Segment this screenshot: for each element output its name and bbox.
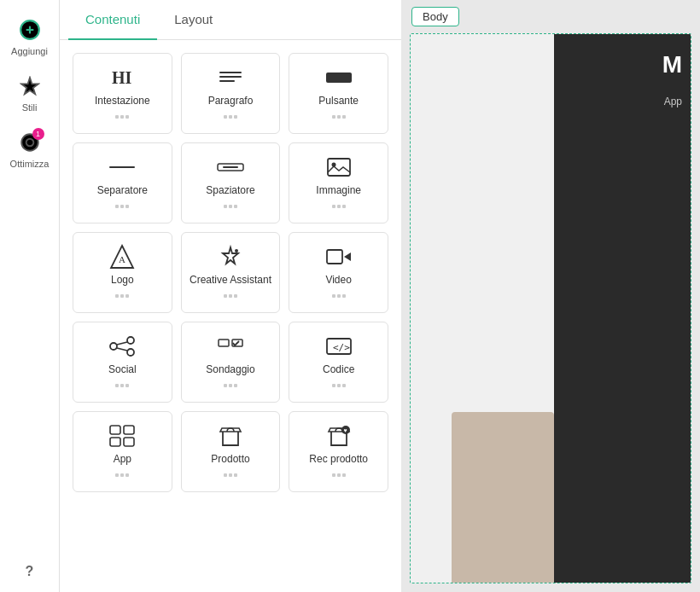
svg-marker-18 xyxy=(344,252,351,261)
heading-icon: HI xyxy=(107,66,137,90)
widget-immagine[interactable]: Immagine xyxy=(289,142,388,223)
app-icon xyxy=(107,424,137,448)
widget-prodotto-label: Prodotto xyxy=(211,453,249,467)
logo-icon: A xyxy=(107,245,137,269)
widget-creative-assistant-label: Creative Assistant xyxy=(190,274,271,287)
svg-point-4 xyxy=(26,139,33,147)
svg-rect-10 xyxy=(109,166,135,168)
plus-circle-icon xyxy=(17,17,43,43)
rec-product-icon: ♥ xyxy=(324,424,354,448)
widgets-grid-container: HI Intestazione Paragrafo xyxy=(60,40,401,592)
survey-icon xyxy=(215,334,246,358)
widget-pulsante-label: Pulsante xyxy=(318,95,359,108)
widget-rec-prodotto-label: Rec prodotto xyxy=(309,453,368,467)
widget-app-label: App xyxy=(114,453,131,467)
widget-logo[interactable]: A Logo xyxy=(73,232,172,313)
widget-video[interactable]: Video xyxy=(289,232,388,313)
widget-social[interactable]: Social xyxy=(73,322,172,403)
sidebar-help-button[interactable]: ? xyxy=(13,551,47,592)
image-icon xyxy=(324,155,354,179)
badge-count: 1 xyxy=(32,128,44,140)
svg-text:♥: ♥ xyxy=(343,427,347,433)
widget-intestazione[interactable]: HI Intestazione xyxy=(73,53,172,134)
sidebar-item-ottimizza[interactable]: 1 Ottimizza xyxy=(0,121,59,177)
optimize-icon: 1 xyxy=(17,130,43,155)
canvas-preview[interactable]: M App xyxy=(410,33,691,583)
svg-point-16 xyxy=(235,249,238,252)
social-icon xyxy=(107,334,137,358)
video-icon xyxy=(324,245,354,269)
widget-creative-assistant[interactable]: Creative Assistant xyxy=(181,232,281,313)
widget-logo-label: Logo xyxy=(111,274,134,287)
svg-line-22 xyxy=(117,342,127,345)
sidebar: Aggiungi Stili 1 Ottimizza ? xyxy=(0,0,60,592)
widget-intestazione-dots xyxy=(115,115,129,119)
svg-rect-8 xyxy=(219,80,235,82)
svg-point-20 xyxy=(127,337,134,344)
spacer-icon xyxy=(215,155,246,179)
svg-rect-24 xyxy=(219,340,229,346)
svg-rect-9 xyxy=(326,73,352,83)
sidebar-stili-label: Stili xyxy=(22,102,38,113)
svg-rect-7 xyxy=(219,76,242,78)
tab-layout[interactable]: Layout xyxy=(157,0,230,40)
svg-line-23 xyxy=(117,348,127,351)
preview-image-placeholder xyxy=(452,412,554,583)
sidebar-add-label: Aggiungi xyxy=(11,46,48,56)
product-icon xyxy=(215,424,246,448)
widget-sondaggio[interactable]: Sondaggio xyxy=(181,322,281,403)
widget-app[interactable]: App xyxy=(73,411,172,492)
widget-video-label: Video xyxy=(325,274,351,287)
widget-pulsante[interactable]: Pulsante xyxy=(289,53,388,134)
svg-text:A: A xyxy=(119,254,125,264)
svg-text:HI: HI xyxy=(112,68,132,87)
widget-sondaggio-label: Sondaggio xyxy=(206,363,254,377)
svg-rect-28 xyxy=(110,426,120,434)
paragraph-icon xyxy=(215,66,246,90)
widget-social-label: Social xyxy=(108,363,137,377)
svg-rect-29 xyxy=(124,426,134,434)
widget-rec-prodotto[interactable]: ♥ Rec prodotto xyxy=(289,411,388,492)
widget-paragrafo[interactable]: Paragrafo xyxy=(181,53,281,134)
svg-point-19 xyxy=(110,343,117,350)
widgets-grid: HI Intestazione Paragrafo xyxy=(73,53,388,492)
sidebar-item-add[interactable]: Aggiungi xyxy=(0,9,59,65)
widget-spaziatore[interactable]: Spaziatore xyxy=(181,142,281,223)
widget-paragrafo-label: Paragrafo xyxy=(208,95,254,108)
widget-spaziatore-label: Spaziatore xyxy=(206,184,254,198)
widget-separatore[interactable]: Separatore xyxy=(73,142,172,223)
preview-heading: M xyxy=(662,51,682,78)
svg-point-21 xyxy=(127,349,134,356)
sidebar-ottimizza-label: Ottimizza xyxy=(10,159,50,169)
svg-text:</>: </> xyxy=(333,342,350,353)
widget-codice-label: Codice xyxy=(323,363,354,377)
content-panel: Contenuti Layout HI Intestazione xyxy=(60,0,401,592)
widget-immagine-label: Immagine xyxy=(316,184,361,198)
widget-codice[interactable]: </> Codice xyxy=(289,322,388,403)
star-icon xyxy=(17,73,43,99)
svg-rect-31 xyxy=(124,438,134,446)
svg-rect-17 xyxy=(327,250,342,264)
preview-dark-panel: M App xyxy=(554,34,691,583)
widget-separatore-label: Separatore xyxy=(97,184,148,198)
body-badge[interactable]: Body xyxy=(411,7,459,26)
svg-rect-12 xyxy=(223,166,238,168)
separator-icon xyxy=(107,155,137,179)
button-icon xyxy=(324,66,354,90)
widget-prodotto[interactable]: Prodotto xyxy=(181,411,281,492)
preview-subtext: App xyxy=(664,96,682,107)
creative-assistant-icon xyxy=(215,245,246,269)
code-icon: </> xyxy=(324,334,354,358)
svg-rect-30 xyxy=(110,438,120,446)
sidebar-item-stili[interactable]: Stili xyxy=(0,65,59,121)
tab-contenuti[interactable]: Contenuti xyxy=(68,0,157,40)
svg-rect-6 xyxy=(219,72,242,73)
preview-area-container: Body M App xyxy=(401,0,700,592)
svg-rect-13 xyxy=(328,159,350,176)
preview-bar: Body xyxy=(401,0,700,33)
panel-tabs: Contenuti Layout xyxy=(60,0,401,40)
widget-intestazione-label: Intestazione xyxy=(95,95,150,108)
